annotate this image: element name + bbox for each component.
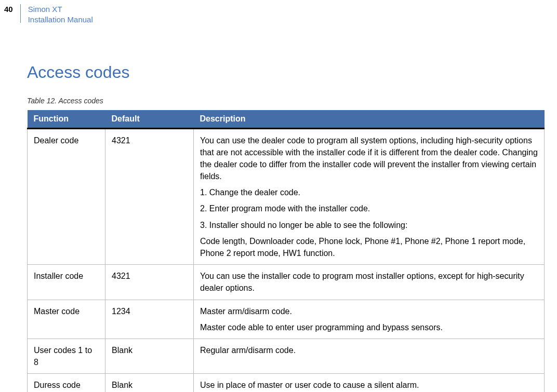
desc-line: Master code able to enter user programmi…: [200, 321, 538, 333]
access-codes-table: Function Default Description Dealer code…: [27, 110, 545, 393]
cell-default: Blank: [105, 339, 194, 373]
table-row: Dealer code 4321 You can use the dealer …: [28, 128, 545, 265]
cell-function: Master code: [28, 300, 105, 339]
table-row: Duress code Blank Use in place of master…: [28, 374, 545, 392]
cell-description: Master arm/disarm code. Master code able…: [194, 300, 545, 339]
cell-function: Duress code: [28, 374, 105, 392]
desc-line: Code length, Downloader code, Phone lock…: [200, 235, 538, 259]
desc-line: You can use the installer code to progra…: [200, 270, 538, 294]
cell-default: 4321: [105, 265, 194, 300]
cell-function: Dealer code: [28, 128, 105, 265]
table-row: User codes 1 to 8 Blank Regular arm/disa…: [28, 339, 545, 373]
document-title: Simon XT Installation Manual: [21, 4, 93, 25]
page-content: Access codes Table 12. Access codes Func…: [0, 25, 557, 393]
desc-line: Regular arm/disarm code.: [200, 344, 538, 356]
cell-description: Regular arm/disarm code.: [194, 339, 545, 373]
cell-function: User codes 1 to 8: [28, 339, 105, 373]
cell-default: 4321: [105, 128, 194, 265]
desc-line: 2. Enter program mode with the installer…: [200, 202, 538, 214]
cell-function: Installer code: [28, 265, 105, 300]
table-header-row: Function Default Description: [28, 110, 545, 129]
desc-line: Use in place of master or user code to c…: [200, 379, 538, 391]
desc-line: 3. Installer should no longer be able to…: [200, 219, 538, 231]
doc-title-line1: Simon XT: [28, 4, 93, 15]
table-row: Installer code 4321 You can use the inst…: [28, 265, 545, 300]
table-body: Dealer code 4321 You can use the dealer …: [28, 128, 545, 392]
cell-description: You can use the installer code to progra…: [194, 265, 545, 300]
table-caption: Table 12. Access codes: [27, 97, 545, 105]
th-default: Default: [105, 110, 194, 129]
desc-line: Master arm/disarm code.: [200, 305, 538, 317]
doc-title-line2: Installation Manual: [28, 15, 93, 25]
th-description: Description: [194, 110, 545, 129]
page-header: 40 Simon XT Installation Manual: [0, 0, 557, 25]
desc-line: You can use the dealer code to program a…: [200, 134, 538, 183]
cell-default: Blank: [105, 374, 194, 392]
table-row: Master code 1234 Master arm/disarm code.…: [28, 300, 545, 339]
th-function: Function: [28, 110, 105, 129]
cell-description: Use in place of master or user code to c…: [194, 374, 545, 392]
section-heading: Access codes: [27, 63, 545, 82]
desc-line: 1. Change the dealer code.: [200, 186, 538, 198]
cell-default: 1234: [105, 300, 194, 339]
page-number: 40: [0, 4, 21, 23]
cell-description: You can use the dealer code to program a…: [194, 128, 545, 265]
